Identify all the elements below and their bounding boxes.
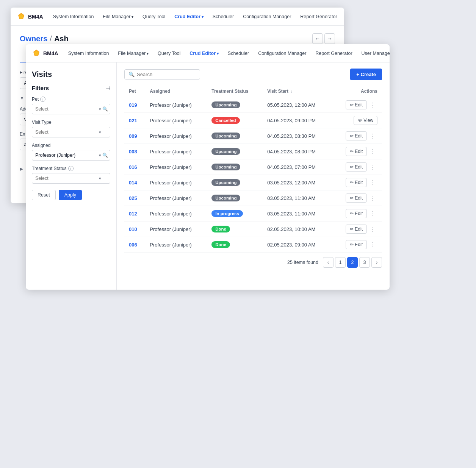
pet-link-8[interactable]: 010	[129, 226, 137, 232]
pet-link-5[interactable]: 014	[129, 180, 137, 186]
treatment-status-filter-input[interactable]	[32, 173, 110, 184]
cell-pet-2: 009	[124, 128, 145, 144]
brand-front[interactable]: BM4A	[32, 49, 58, 58]
nav-query-tool-front[interactable]: Query Tool	[154, 49, 184, 58]
nav-query-tool-back[interactable]: Query Tool	[139, 12, 169, 21]
cell-status-3: Upcoming	[207, 144, 263, 159]
row-actions-1: 👁 View	[337, 116, 377, 125]
breadcrumb-link[interactable]: Owners	[20, 34, 47, 43]
nav-file-manager-back[interactable]: File Manager	[99, 12, 137, 21]
edit-button-7[interactable]: ✏ Edit	[346, 209, 367, 218]
nav-file-manager-front[interactable]: File Manager	[114, 49, 152, 58]
pagination-page-1[interactable]: 1	[335, 257, 346, 268]
cell-status-5: Upcoming	[207, 175, 263, 190]
edit-button-9[interactable]: ✏ Edit	[346, 240, 367, 249]
more-button-2[interactable]: ⋮	[368, 132, 377, 140]
cell-assigned-0: Professor (Juniper)	[145, 97, 207, 113]
pet-link-0[interactable]: 019	[129, 102, 137, 108]
cell-actions-0: ✏ Edit ⋮	[332, 97, 382, 113]
visits-layout: Visits Filters ⊣ Pet i ▾ 🔍	[26, 62, 390, 290]
pet-link-9[interactable]: 006	[129, 242, 137, 248]
cell-date-6: 03.05.2023, 11:30 AM	[263, 190, 332, 206]
edit-button-2[interactable]: ✏ Edit	[346, 131, 367, 140]
nav-system-info-front[interactable]: System Information	[64, 49, 113, 58]
assigned-filter-group: Assigned ▾ 🔍	[32, 143, 110, 161]
table-row: 014 Professor (Juniper) Upcoming 03.05.2…	[124, 175, 382, 190]
more-button-8[interactable]: ⋮	[368, 225, 377, 234]
pet-link-1[interactable]: 021	[129, 118, 137, 123]
search-input[interactable]	[137, 72, 196, 77]
more-button-3[interactable]: ⋮	[368, 147, 377, 156]
pagination-page-2[interactable]: 2	[347, 257, 358, 268]
more-button-6[interactable]: ⋮	[368, 194, 377, 203]
nav-config-back[interactable]: Configuration Manager	[239, 12, 295, 21]
pet-link-7[interactable]: 012	[129, 211, 137, 217]
create-button[interactable]: + Create	[350, 69, 382, 80]
nav-next-button[interactable]: →	[324, 33, 335, 44]
pet-filter-info-icon[interactable]: i	[40, 97, 45, 102]
col-visit-start[interactable]: Visit Start ↕	[263, 86, 332, 97]
pet-filter-input[interactable]	[32, 104, 110, 114]
cell-status-0: Upcoming	[207, 97, 263, 113]
nav-user-mgmt-front[interactable]: User Management	[358, 49, 390, 58]
pet-filter-group: Pet i ▾ 🔍	[32, 97, 110, 114]
nav-crud-editor-back[interactable]: Crud Editor	[171, 12, 207, 21]
edit-button-6[interactable]: ✏ Edit	[346, 193, 367, 203]
nav-scheduler-back[interactable]: Scheduler	[209, 12, 238, 21]
nav-config-front[interactable]: Configuration Manager	[254, 49, 310, 58]
pet-link-6[interactable]: 025	[129, 195, 137, 201]
view-button-1[interactable]: 👁 View	[354, 116, 377, 125]
more-button-4[interactable]: ⋮	[368, 163, 377, 172]
pagination-prev-button[interactable]: ‹	[323, 257, 334, 268]
nav-system-info-back[interactable]: System Information	[49, 12, 98, 21]
edit-button-5[interactable]: ✏ Edit	[346, 178, 367, 187]
more-button-7[interactable]: ⋮	[368, 209, 377, 218]
pet-link-2[interactable]: 009	[129, 133, 137, 139]
visit-type-select-wrap: ▾	[32, 127, 110, 137]
cell-actions-8: ✏ Edit ⋮	[332, 222, 382, 237]
pet-link-3[interactable]: 008	[129, 149, 137, 154]
filter-actions: Reset Apply	[32, 190, 110, 200]
nav-scheduler-front[interactable]: Scheduler	[224, 49, 253, 58]
nav-prev-button[interactable]: ←	[312, 33, 323, 44]
treatment-status-info-icon[interactable]: i	[68, 166, 74, 171]
status-badge-3: Upcoming	[211, 148, 240, 155]
more-button-0[interactable]: ⋮	[368, 101, 377, 109]
front-navbar: BM4A System Information File Manager Que…	[26, 44, 390, 62]
cell-status-6: Upcoming	[207, 190, 263, 206]
pagination-info: 25 items found	[287, 260, 318, 265]
pet-filter-select-wrap: ▾ 🔍	[32, 104, 110, 114]
cell-pet-1: 021	[124, 113, 145, 128]
nav-report-front[interactable]: Report Generator	[312, 49, 356, 58]
auditable-chevron-icon: ▶	[20, 167, 23, 172]
filter-reset-button[interactable]: Reset	[32, 190, 56, 200]
breadcrumb-current: Ash	[54, 34, 69, 43]
edit-button-8[interactable]: ✏ Edit	[346, 225, 367, 234]
assigned-filter-input[interactable]	[32, 150, 110, 161]
pet-link-4[interactable]: 016	[129, 164, 137, 170]
brand[interactable]: BM4A	[17, 12, 43, 21]
pagination-next-button[interactable]: ›	[371, 257, 382, 268]
nav-crud-editor-front[interactable]: Crud Editor	[186, 49, 222, 58]
nav-report-back[interactable]: Report Generator	[296, 12, 341, 21]
treatment-status-filter-label: Treatment Status i	[32, 166, 110, 171]
more-button-5[interactable]: ⋮	[368, 178, 377, 187]
breadcrumb-nav: ← →	[312, 33, 335, 44]
nav-user-mgmt-back[interactable]: User Management	[343, 12, 344, 21]
cell-status-2: Upcoming	[207, 128, 263, 144]
filters-collapse-button[interactable]: ⊣	[106, 85, 110, 91]
filter-apply-button[interactable]: Apply	[59, 190, 82, 200]
assigned-filter-label: Assigned	[32, 143, 110, 148]
status-badge-7: In progress	[211, 210, 243, 217]
cell-pet-0: 019	[124, 97, 145, 113]
edit-button-4[interactable]: ✏ Edit	[346, 162, 367, 172]
table-row: 016 Professor (Juniper) Upcoming 04.05.2…	[124, 159, 382, 175]
more-button-9[interactable]: ⋮	[368, 240, 377, 249]
pet-filter-label: Pet i	[32, 97, 110, 102]
edit-button-3[interactable]: ✏ Edit	[346, 147, 367, 156]
search-icon: 🔍	[128, 72, 135, 77]
pagination-page-3[interactable]: 3	[359, 257, 370, 268]
visit-type-filter-input[interactable]	[32, 127, 110, 137]
edit-button-0[interactable]: ✏ Edit	[346, 100, 367, 109]
cell-status-7: In progress	[207, 206, 263, 222]
